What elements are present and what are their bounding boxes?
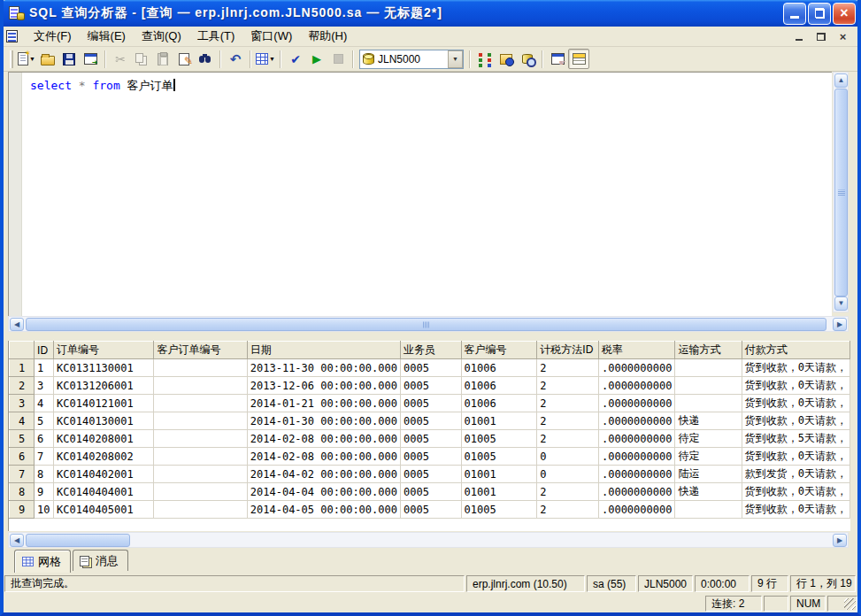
- grid-cell[interactable]: 01006: [461, 395, 537, 412]
- grid-cell[interactable]: 2014-04-05 00:00:00.000: [247, 501, 400, 519]
- grid-cell[interactable]: 01001: [461, 483, 537, 501]
- grid-cell[interactable]: KC0140405001: [54, 501, 154, 519]
- grid-cell[interactable]: 2: [537, 430, 599, 448]
- row-number[interactable]: 6: [10, 448, 35, 466]
- grid-cell[interactable]: KC0140404001: [54, 483, 154, 501]
- new-query-button[interactable]: ▼: [16, 49, 37, 69]
- grid-cell[interactable]: 2013-12-06 00:00:00.000: [247, 377, 400, 395]
- column-header[interactable]: ID: [35, 342, 54, 359]
- grid-cell[interactable]: 快递: [675, 483, 742, 501]
- grid-cell[interactable]: .0000000000: [598, 395, 674, 412]
- grid-cell[interactable]: KC0140130001: [54, 412, 154, 430]
- grid-cell[interactable]: .0000000000: [598, 501, 674, 519]
- grid-cell[interactable]: [675, 377, 742, 395]
- grid-cell[interactable]: 0005: [400, 395, 461, 412]
- grid-cell[interactable]: 01005: [461, 448, 537, 466]
- grid-cell[interactable]: .0000000000: [598, 377, 674, 395]
- grid-cell[interactable]: .0000000000: [598, 483, 674, 501]
- mdi-close-button[interactable]: ×: [834, 28, 852, 44]
- grid-cell[interactable]: [154, 395, 247, 412]
- column-header[interactable]: 计税方法ID: [537, 342, 599, 359]
- grid-cell[interactable]: KC0140208001: [54, 430, 154, 448]
- undo-button[interactable]: ↶: [225, 49, 246, 69]
- grid-cell[interactable]: 货到收款，0天请款，: [742, 412, 849, 430]
- scroll-up-button[interactable]: ▲: [834, 73, 848, 88]
- database-combo-dropdown[interactable]: ▼: [448, 50, 463, 68]
- column-header[interactable]: 税率: [598, 342, 674, 359]
- grid-cell[interactable]: 2: [537, 483, 599, 501]
- grid-cell[interactable]: 2: [537, 395, 599, 412]
- grid-cell[interactable]: [154, 501, 247, 519]
- grid-cell[interactable]: 款到发货，0天请款，: [742, 466, 849, 483]
- row-number[interactable]: 1: [10, 359, 35, 377]
- grid-cell[interactable]: [154, 412, 247, 430]
- row-number[interactable]: 7: [10, 466, 35, 483]
- row-number[interactable]: 4: [10, 412, 35, 430]
- grid-cell[interactable]: 01001: [461, 466, 537, 483]
- grid-cell[interactable]: 6: [35, 430, 54, 448]
- grid-cell[interactable]: 01005: [461, 501, 537, 519]
- grid-cell[interactable]: 0005: [400, 448, 461, 466]
- grid-cell[interactable]: .0000000000: [598, 430, 674, 448]
- object-search-button[interactable]: [517, 49, 538, 69]
- grid-cell[interactable]: [154, 448, 247, 466]
- grid-cell[interactable]: 货到收款，0天请款，: [742, 483, 849, 501]
- query-editor[interactable]: select * from 客户订单: [8, 72, 832, 317]
- editor-hscroll-thumb[interactable]: [26, 318, 826, 331]
- restore-button[interactable]: [808, 3, 831, 25]
- mdi-minimize-button[interactable]: [789, 28, 808, 44]
- grid-cell[interactable]: 4: [35, 395, 54, 412]
- menu-edit[interactable]: 编辑(E): [80, 27, 134, 46]
- grid-cell[interactable]: [154, 377, 247, 395]
- grid-cell[interactable]: [154, 430, 247, 448]
- grid-cell[interactable]: 0005: [400, 501, 461, 519]
- save-button[interactable]: [58, 49, 80, 69]
- grid-cell[interactable]: [675, 359, 742, 377]
- grid-cell[interactable]: 待定: [675, 448, 742, 466]
- grid-cell[interactable]: 货到收款，0天请款，: [742, 359, 849, 377]
- grid-cell[interactable]: 2: [537, 359, 599, 377]
- row-number[interactable]: 9: [10, 501, 35, 519]
- grid-cell[interactable]: 10: [35, 501, 54, 519]
- grid-cell[interactable]: KC0131206001: [54, 377, 154, 395]
- grid-cell[interactable]: 9: [35, 483, 54, 501]
- grid-cell[interactable]: [154, 483, 247, 501]
- grid-cell[interactable]: 0: [537, 448, 599, 466]
- grid-cell[interactable]: 待定: [675, 430, 742, 448]
- grid-cell[interactable]: [675, 501, 742, 519]
- grid-cell[interactable]: 0005: [400, 412, 461, 430]
- grid-cell[interactable]: 0005: [400, 430, 461, 448]
- sql-text[interactable]: select * from 客户订单: [30, 78, 175, 94]
- grid-cell[interactable]: KC0140208002: [54, 448, 154, 466]
- menu-file[interactable]: 文件(F): [26, 27, 80, 46]
- grid-cell[interactable]: 2: [537, 412, 599, 430]
- grid-cell[interactable]: [154, 359, 247, 377]
- grid-cell[interactable]: [154, 466, 247, 483]
- grid-cell[interactable]: 2014-02-08 00:00:00.000: [247, 448, 400, 466]
- query-window-icon[interactable]: [5, 30, 20, 43]
- grid-cell[interactable]: 2013-11-30 00:00:00.000: [247, 359, 400, 377]
- grid-cell[interactable]: 0005: [400, 359, 461, 377]
- scroll-right-button[interactable]: ▶: [833, 318, 847, 331]
- grid-cell[interactable]: KC0140402001: [54, 466, 154, 483]
- mdi-restore-button[interactable]: [811, 28, 830, 44]
- grid-cell[interactable]: 货到收款，0天请款，: [742, 501, 849, 519]
- grid-cell[interactable]: 2014-01-21 00:00:00.000: [247, 395, 400, 412]
- row-number[interactable]: 2: [10, 377, 35, 395]
- column-header[interactable]: 客户订单编号: [154, 342, 247, 359]
- database-combo[interactable]: JLN5000 ▼: [359, 50, 464, 69]
- row-number[interactable]: 3: [10, 395, 35, 412]
- grid-cell[interactable]: KC0131130001: [54, 359, 154, 377]
- editor-hscrollbar[interactable]: ◀ ▶: [8, 316, 849, 332]
- grid-cell[interactable]: 货到收款，0天请款，: [742, 448, 849, 466]
- column-header[interactable]: 日期: [247, 342, 400, 359]
- parse-query-button[interactable]: ✔: [285, 49, 306, 69]
- scroll-down-button[interactable]: ▼: [834, 296, 848, 311]
- insert-template-button[interactable]: [80, 49, 101, 69]
- execute-mode-button[interactable]: ▼: [255, 49, 276, 69]
- find-button[interactable]: [195, 49, 216, 69]
- minimize-button[interactable]: [783, 3, 806, 25]
- grid-cell[interactable]: 7: [35, 448, 54, 466]
- close-button[interactable]: ×: [833, 3, 856, 25]
- grid-cell[interactable]: 快递: [675, 412, 742, 430]
